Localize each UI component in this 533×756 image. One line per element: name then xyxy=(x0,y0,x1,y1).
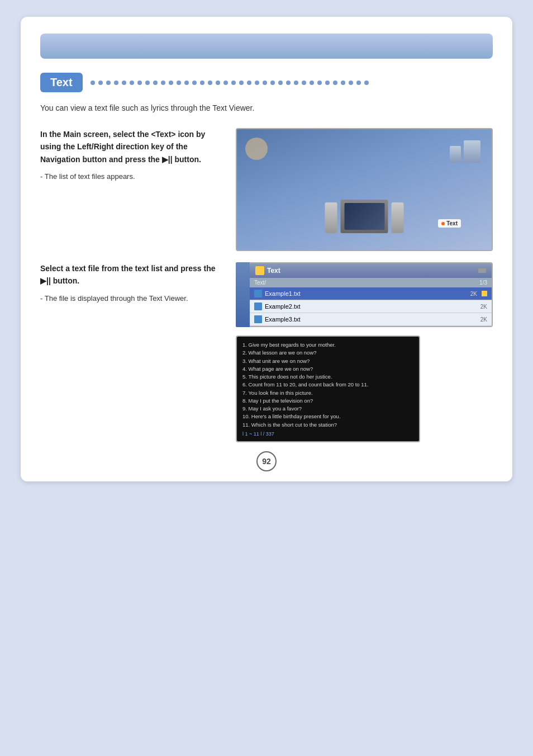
dot-8 xyxy=(153,81,158,85)
viewer-line-9: 10. Here's a little birthday present for… xyxy=(242,413,413,420)
dot-27 xyxy=(302,81,306,85)
home-bg: Text xyxy=(237,129,492,250)
viewer-line-4: 5. This picture does not do her justice. xyxy=(242,373,413,381)
dot-35 xyxy=(364,81,369,85)
dot-29 xyxy=(317,81,322,85)
screenshot-viewer: 1. Give my best regards to your mother.2… xyxy=(236,336,420,442)
tv-unit xyxy=(341,200,388,233)
file-browser-title-bar: Text xyxy=(250,263,492,278)
page-container: Text You can view a text file such as ly… xyxy=(21,17,512,481)
title-row: Text xyxy=(40,73,493,92)
devices-group xyxy=(325,200,404,233)
file-list: Example1.txt2KExample2.txt2KExample3.txt… xyxy=(250,287,492,326)
file-item-0[interactable]: Example1.txt2K xyxy=(250,287,492,300)
dot-12 xyxy=(184,81,189,85)
dot-30 xyxy=(325,81,330,85)
viewer-status: l 1 ~ 11 l / 337 xyxy=(242,431,413,437)
intro-text: You can view a text file such as lyrics … xyxy=(40,102,493,114)
speaker-right xyxy=(392,202,404,233)
dot-20 xyxy=(247,81,251,85)
minimize-button xyxy=(478,268,486,273)
dot-31 xyxy=(333,81,337,85)
notebook-spine xyxy=(236,262,250,327)
dot-7 xyxy=(145,81,150,85)
dot-18 xyxy=(231,81,236,85)
file-icon-1 xyxy=(254,303,262,310)
file-size-2: 2K xyxy=(480,316,487,323)
dot-22 xyxy=(263,81,267,85)
section1-right: Text xyxy=(236,128,493,251)
viewer-lines: 1. Give my best regards to your mother.2… xyxy=(242,341,413,429)
dot-26 xyxy=(294,81,298,85)
section2: Select a text file from the text list an… xyxy=(40,262,493,442)
section1-note: - The list of text files appears. xyxy=(40,171,225,182)
viewer-line-7: 8. May I put the television on? xyxy=(242,397,413,405)
viewer-line-5: 6. Count from 11 to 20, and count back f… xyxy=(242,381,413,389)
decor-book2 xyxy=(450,146,461,163)
section1-left: In the Main screen, select the <Text> ic… xyxy=(40,128,225,251)
viewer-line-3: 4. What page are we on now? xyxy=(242,365,413,373)
file-size-0: 2K xyxy=(470,291,477,297)
dot-28 xyxy=(310,81,314,85)
dot-33 xyxy=(349,81,353,85)
section2-note: - The file is displayed through the Text… xyxy=(40,293,225,304)
dot-17 xyxy=(223,81,228,85)
dot-10 xyxy=(169,81,173,85)
dot-4 xyxy=(122,81,126,85)
speaker-left xyxy=(325,202,337,233)
dot-34 xyxy=(356,81,361,85)
dot-24 xyxy=(278,81,283,85)
header-folder: Text/ xyxy=(254,280,266,286)
viewer-line-8: 9. May I ask you a favor? xyxy=(242,405,413,413)
file-browser-wrapper: Text Text/ 1/3 Example1.txt2KExample2.tx… xyxy=(236,262,493,327)
viewer-line-6: 7. You look fine in this picture. xyxy=(242,389,413,397)
section2-left: Select a text file from the text list an… xyxy=(40,262,225,442)
dot-23 xyxy=(270,81,275,85)
dot-32 xyxy=(341,81,345,85)
dot-9 xyxy=(161,81,165,85)
section2-right: Text Text/ 1/3 Example1.txt2KExample2.tx… xyxy=(236,262,493,442)
viewer-line-1: 2. What lesson are we on now? xyxy=(242,349,413,357)
dots-decoration xyxy=(91,81,493,85)
file-icon-2 xyxy=(254,315,262,323)
file-list-header: Text/ 1/3 xyxy=(250,278,492,287)
file-item-2[interactable]: Example3.txt2K xyxy=(250,313,492,326)
file-icon-0 xyxy=(254,290,262,297)
dot-2 xyxy=(106,81,111,85)
dot-14 xyxy=(200,81,204,85)
dot-1 xyxy=(98,81,103,85)
tv-screen xyxy=(344,203,384,230)
screenshot-home: Text xyxy=(236,128,493,251)
page-number: 92 xyxy=(256,451,277,471)
browser-title-text: Text xyxy=(267,267,280,275)
dot-19 xyxy=(239,81,244,85)
dot-0 xyxy=(91,81,95,85)
file-item-1[interactable]: Example2.txt2K xyxy=(250,300,492,313)
viewer-line-0: 1. Give my best regards to your mother. xyxy=(242,341,413,349)
header-bar xyxy=(40,34,493,59)
section-title: Text xyxy=(40,73,83,92)
decor-sphere xyxy=(245,138,268,160)
dot-6 xyxy=(137,81,142,85)
dot-21 xyxy=(255,81,259,85)
dot-15 xyxy=(208,81,212,85)
folder-icon xyxy=(255,266,264,275)
file-name-2: Example3.txt xyxy=(265,316,301,323)
viewer-line-2: 3. What unit are we on now? xyxy=(242,357,413,365)
decor-book xyxy=(464,140,480,163)
lock-icon-0 xyxy=(482,291,487,296)
screenshots-col: Text Text/ 1/3 Example1.txt2KExample2.tx… xyxy=(236,262,493,442)
dot-11 xyxy=(177,81,181,85)
dot-25 xyxy=(286,81,291,85)
viewer-line-10: 11. Which is the short cut to the statio… xyxy=(242,421,413,429)
screenshot-files: Text Text/ 1/3 Example1.txt2KExample2.tx… xyxy=(249,262,493,327)
title-left: Text xyxy=(255,266,475,275)
dot-16 xyxy=(216,81,220,85)
dot-3 xyxy=(114,81,118,85)
header-count: 1/3 xyxy=(479,280,487,286)
text-dot xyxy=(441,222,445,225)
file-name-0: Example1.txt xyxy=(265,290,301,297)
text-menu-label: Text xyxy=(438,219,461,228)
section1: In the Main screen, select the <Text> ic… xyxy=(40,128,493,251)
dot-5 xyxy=(130,81,134,85)
